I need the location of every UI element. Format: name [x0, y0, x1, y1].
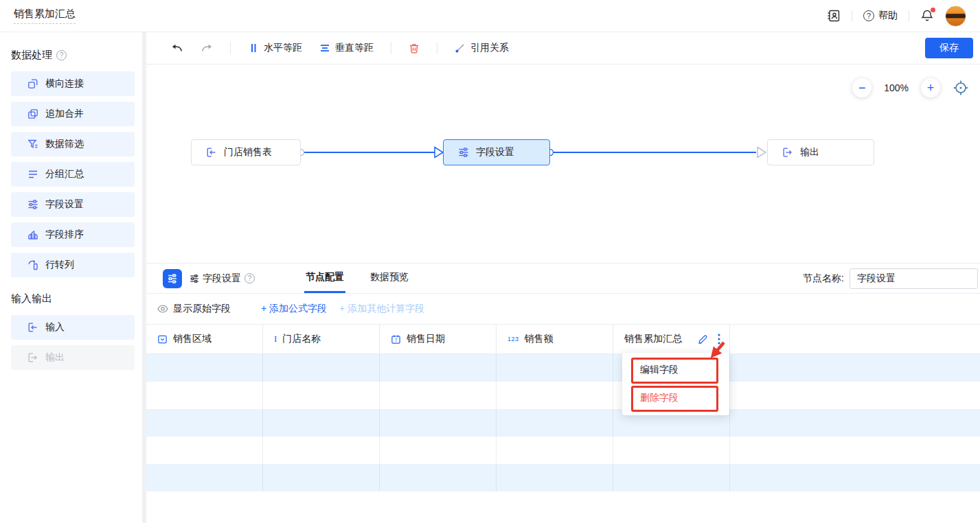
table-cell — [730, 464, 980, 491]
add-formula-field-button[interactable]: + 添加公式字段 — [261, 303, 327, 315]
show-original-fields-label: 显示原始字段 — [173, 303, 231, 315]
help-icon: ? — [863, 10, 874, 21]
reference-icon — [455, 43, 466, 54]
data-help-icon[interactable]: ? — [56, 50, 67, 60]
table-cell — [380, 382, 497, 409]
reference-relations-button[interactable]: 引用关系 — [451, 39, 513, 57]
help-button[interactable]: ? 帮助 — [863, 10, 898, 22]
menu-item-edit-field[interactable]: 编辑字段 — [622, 358, 729, 382]
sidebar-item-data-filter[interactable]: 数据筛选 — [11, 132, 135, 156]
sidebar-section-io-title: 输入输出 — [11, 292, 135, 305]
trash-icon — [409, 43, 420, 54]
node-label: 门店销售表 — [224, 146, 272, 159]
tab-data-preview[interactable]: 数据预览 — [369, 264, 410, 293]
show-original-fields-button[interactable]: 显示原始字段 — [157, 303, 231, 315]
locate-button[interactable] — [953, 80, 969, 96]
text-field-icon: I — [274, 334, 277, 345]
node-output[interactable]: 输出 — [767, 139, 874, 165]
table-cell — [263, 382, 380, 409]
table-row — [146, 409, 980, 437]
filter-icon — [27, 139, 38, 150]
column-header-filler — [730, 325, 980, 353]
sidebar-item-row-to-column[interactable]: 行转列 — [11, 253, 135, 277]
delete-node-button[interactable] — [404, 40, 424, 57]
column-label: 销售累加汇总 — [624, 333, 682, 345]
menu-item-delete-field[interactable]: 删除字段 — [622, 386, 729, 410]
zoom-controls: − 100% + — [852, 78, 969, 97]
field-more-menu-button[interactable] — [717, 333, 721, 345]
sidebar-item-output: 输出 — [11, 345, 135, 370]
output-icon — [782, 147, 793, 158]
table-cell — [497, 354, 613, 382]
vertical-distribute-button[interactable]: 垂直等距 — [315, 39, 378, 57]
table-cell — [380, 437, 497, 464]
column-header-sales-amount: 123 销售额 — [497, 325, 613, 353]
sidebar-item-label: 横向连接 — [45, 78, 84, 90]
vertical-distribute-icon — [319, 43, 330, 54]
node-name-label: 节点名称: — [803, 272, 844, 285]
node-name-input[interactable] — [850, 268, 978, 289]
sidebar-item-label: 追加合并 — [45, 108, 84, 120]
avatar[interactable] — [945, 5, 966, 27]
sidebar-item-group-summary[interactable]: 分组汇总 — [11, 162, 135, 187]
top-bar: 销售累加汇总 ? 帮助 — [0, 0, 980, 32]
node-label: 输出 — [800, 146, 819, 159]
sidebar-item-label: 输入 — [45, 321, 65, 334]
node-source-table[interactable]: 门店销售表 — [191, 139, 301, 165]
sidebar-item-field-settings[interactable]: 字段设置 — [11, 192, 135, 217]
table-row — [146, 464, 980, 491]
column-header-sales-date: 7 销售日期 — [380, 325, 497, 353]
table-cell — [613, 437, 730, 464]
save-button[interactable]: 保存 — [925, 38, 973, 58]
table-cell — [263, 354, 380, 382]
sidebar-item-append-merge[interactable]: 追加合并 — [11, 102, 135, 126]
table-cell — [730, 354, 980, 382]
document-title[interactable]: 销售累加汇总 — [14, 8, 76, 24]
canvas-toolbar: 水平等距 垂直等距 — [146, 32, 980, 65]
column-label: 销售额 — [525, 333, 554, 345]
table-cell — [146, 382, 263, 409]
table-cell — [730, 409, 980, 437]
add-other-calc-field-button: + 添加其他计算字段 — [339, 303, 424, 315]
horizontal-distribute-icon — [248, 43, 259, 54]
crosshair-icon — [953, 80, 969, 96]
mini-sliders-icon — [190, 274, 199, 283]
node-field-settings[interactable]: 字段设置 — [443, 139, 550, 165]
table-cell — [497, 464, 613, 491]
divider — [437, 42, 437, 54]
table-cell — [497, 382, 613, 409]
table-cell — [730, 382, 980, 409]
merge-icon — [27, 108, 38, 119]
sidebar-item-horizontal-join[interactable]: 横向连接 — [11, 71, 135, 96]
table-cell — [263, 437, 380, 464]
zoom-in-button[interactable]: + — [921, 78, 940, 97]
tab-node-config[interactable]: 节点配置 — [304, 264, 345, 293]
undo-icon — [171, 43, 183, 54]
input-icon — [206, 147, 217, 158]
edit-field-icon-button[interactable] — [697, 334, 709, 345]
flow-canvas[interactable]: 门店销售表 字段设置 输出 − 100% + — [146, 65, 980, 263]
sidebar-item-input[interactable]: 输入 — [11, 315, 135, 340]
sidebar-section-data-title: 数据处理 — [11, 49, 52, 62]
pencil-icon — [697, 334, 709, 345]
redo-button[interactable] — [196, 40, 217, 56]
column-header-sales-cumulative: 销售累加汇总 — [613, 325, 730, 353]
select-field-icon — [157, 334, 168, 345]
sidebar-item-field-sort[interactable]: 字段排序 — [11, 222, 135, 247]
join-icon — [27, 78, 38, 89]
column-label: 门店名称 — [282, 333, 321, 345]
panel-help-icon[interactable]: ? — [244, 273, 255, 283]
horizontal-distribute-button[interactable]: 水平等距 — [244, 39, 306, 57]
field-context-menu: 编辑字段 删除字段 — [622, 353, 729, 415]
reference-relations-label: 引用关系 — [470, 42, 509, 54]
table-cell — [497, 409, 613, 437]
zoom-out-button[interactable]: − — [852, 78, 871, 97]
undo-button[interactable] — [167, 40, 187, 56]
sidebar-item-label: 字段设置 — [45, 198, 84, 211]
pivot-icon — [27, 259, 38, 270]
notification-bell-button[interactable] — [920, 9, 934, 23]
sidebar-item-label: 输出 — [45, 351, 65, 364]
table-row — [146, 382, 980, 409]
node-config-panel-header: 字段设置 ? 节点配置 数据预览 节点名称: — [146, 263, 980, 294]
address-book-icon[interactable] — [827, 9, 841, 23]
